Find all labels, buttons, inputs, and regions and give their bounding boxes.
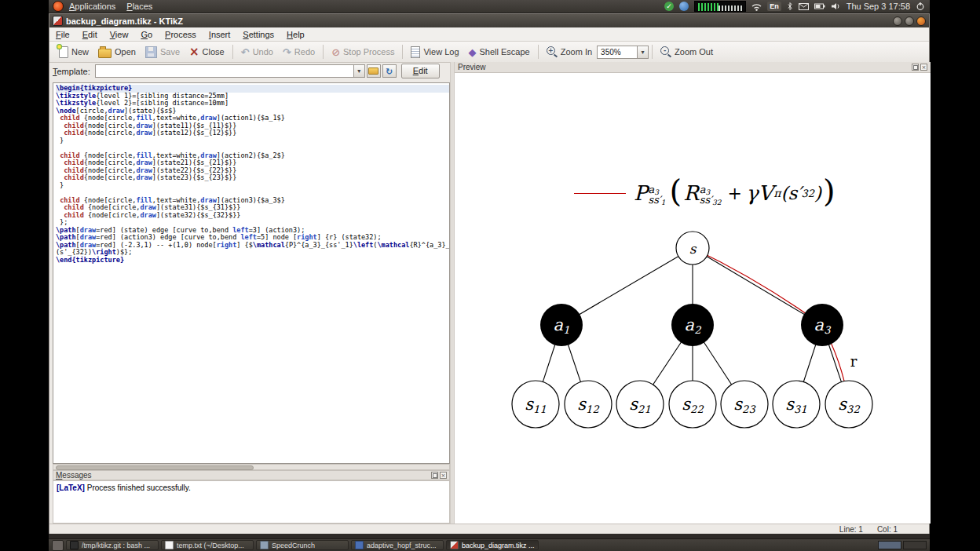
taskbar: /tmp/ktikz.git : bash ...temp.txt (~/Des… bbox=[49, 538, 930, 551]
menu-insert[interactable]: Insert bbox=[203, 27, 237, 42]
power-icon[interactable] bbox=[916, 2, 925, 11]
stop-process-label: Stop Process bbox=[343, 47, 394, 57]
show-desktop-icon[interactable] bbox=[52, 540, 64, 551]
messages-panel-header: Messages bbox=[53, 470, 450, 480]
template-edit-button[interactable]: Edit bbox=[401, 64, 440, 78]
zoom-in-button[interactable]: Zoom In bbox=[542, 45, 597, 59]
code-editor[interactable]: \begin{tikzpicture}\tikzstyle{level 1}=[… bbox=[53, 82, 450, 464]
menu-edit[interactable]: Edit bbox=[76, 27, 104, 42]
taskbar-item[interactable]: backup_diagram.tikz ... bbox=[446, 540, 539, 550]
template-value[interactable] bbox=[95, 64, 353, 78]
applications-menu[interactable]: Applications bbox=[64, 0, 121, 13]
taskbar-item[interactable]: adaptive_hopf_struc... bbox=[351, 540, 444, 550]
node-label-a1: a1 bbox=[554, 316, 570, 336]
zoom-out-button[interactable]: Zoom Out bbox=[656, 45, 718, 59]
menu-go[interactable]: Go bbox=[134, 27, 159, 42]
template-reload-button[interactable] bbox=[382, 64, 397, 78]
workspace-1[interactable] bbox=[878, 541, 901, 549]
open-label: Open bbox=[115, 47, 136, 57]
close-file-button[interactable]: Close bbox=[185, 46, 229, 59]
ktikz-icon bbox=[450, 541, 459, 549]
menu-process[interactable]: Process bbox=[159, 27, 203, 42]
toolbar-separator bbox=[323, 45, 324, 59]
node-label-a2: a2 bbox=[685, 316, 701, 336]
toolbar-separator bbox=[402, 45, 403, 59]
system-monitor-graph[interactable] bbox=[694, 1, 746, 12]
taskbar-item[interactable]: /tmp/ktikz.git : bash ... bbox=[66, 540, 159, 550]
message-tag: [LaTeX] bbox=[57, 483, 85, 492]
session-icon[interactable] bbox=[679, 2, 689, 11]
app-icon bbox=[355, 541, 364, 549]
shell-escape-button[interactable]: Shell Escape bbox=[464, 46, 535, 59]
statusbar: Line: 1 Col: 1 bbox=[49, 524, 929, 534]
editor-horizontal-scrollbar[interactable] bbox=[53, 464, 450, 470]
template-row: Template: Edit bbox=[53, 64, 450, 78]
close-messages-button[interactable] bbox=[440, 472, 447, 479]
messages-panel: [LaTeX] Process finished successfully. bbox=[53, 480, 450, 524]
battery-icon[interactable] bbox=[814, 3, 825, 9]
new-button[interactable]: New bbox=[54, 45, 93, 60]
menu-help[interactable]: Help bbox=[280, 27, 311, 42]
undock-messages-button[interactable] bbox=[431, 472, 438, 479]
mail-icon[interactable] bbox=[799, 3, 809, 10]
undo-icon bbox=[241, 47, 250, 57]
chevron-down-icon[interactable] bbox=[353, 64, 365, 78]
places-menu[interactable]: Places bbox=[121, 0, 158, 13]
bluetooth-icon[interactable] bbox=[787, 2, 793, 11]
formula-plus: + bbox=[727, 184, 741, 203]
formula-lparen: ( bbox=[670, 173, 682, 209]
save-button[interactable]: Save bbox=[141, 45, 185, 60]
zoom-in-icon bbox=[547, 46, 558, 57]
close-label: Close bbox=[203, 47, 225, 57]
updates-icon[interactable]: ✓ bbox=[664, 2, 674, 11]
maximize-button[interactable] bbox=[905, 16, 914, 26]
formula-arg-open: (s′ bbox=[781, 183, 801, 203]
view-log-icon bbox=[411, 46, 420, 58]
menu-file[interactable]: File bbox=[49, 27, 76, 42]
terminal-icon bbox=[70, 541, 79, 549]
message-text: Process finished successfully. bbox=[87, 483, 191, 492]
new-label: New bbox=[71, 47, 89, 57]
template-combobox[interactable] bbox=[95, 64, 365, 78]
taskbar-items: /tmp/ktikz.git : bash ...temp.txt (~/Des… bbox=[66, 540, 539, 550]
open-button[interactable]: Open bbox=[93, 45, 141, 60]
wifi-icon[interactable] bbox=[751, 2, 762, 11]
close-button[interactable] bbox=[916, 16, 926, 26]
stop-process-button[interactable]: Stop Process bbox=[327, 46, 399, 59]
minimize-button[interactable] bbox=[893, 16, 902, 26]
undock-preview-button[interactable] bbox=[912, 64, 919, 71]
clock[interactable]: Thu Sep 3 17:58 bbox=[847, 2, 910, 11]
view-log-button[interactable]: View Log bbox=[406, 45, 463, 60]
zoom-level-combobox[interactable]: 350% bbox=[597, 46, 649, 59]
template-browse-button[interactable] bbox=[367, 64, 381, 78]
window-icon bbox=[53, 16, 63, 26]
messages-title: Messages bbox=[56, 471, 92, 480]
workspace-2[interactable] bbox=[903, 541, 927, 549]
node-label-s32: s32 bbox=[838, 395, 859, 415]
top-panel: Applications Places ✓ En Thu Sep 3 17:58 bbox=[49, 0, 930, 13]
formula-arg-close: ) bbox=[814, 183, 821, 203]
undo-button[interactable]: Undo bbox=[236, 46, 278, 59]
status-line: Line: 1 bbox=[839, 525, 863, 534]
chevron-down-icon[interactable] bbox=[637, 46, 649, 59]
close-icon bbox=[189, 47, 199, 57]
redo-button[interactable]: Redo bbox=[278, 46, 320, 59]
node-label-s22: s22 bbox=[682, 395, 703, 415]
calculator-icon bbox=[260, 541, 269, 549]
new-icon bbox=[59, 46, 68, 58]
node-label-s12: s12 bbox=[577, 395, 598, 415]
preview-title: Preview bbox=[458, 63, 486, 71]
taskbar-item[interactable]: temp.txt (~/Desktop... bbox=[161, 540, 254, 550]
template-label: Template: bbox=[53, 67, 90, 76]
keyboard-layout-indicator[interactable]: En bbox=[767, 2, 781, 11]
menu-view[interactable]: View bbox=[104, 27, 135, 42]
taskbar-item-label: backup_diagram.tikz ... bbox=[462, 542, 535, 549]
node-label-s23: s23 bbox=[733, 395, 755, 415]
close-preview-button[interactable] bbox=[920, 64, 927, 71]
titlebar[interactable]: backup_diagram.tikz - KTikZ bbox=[49, 14, 929, 27]
volume-icon[interactable] bbox=[831, 2, 841, 10]
menu-settings[interactable]: Settings bbox=[236, 27, 280, 42]
ubuntu-logo-icon[interactable] bbox=[53, 1, 64, 12]
preview-panel-header: Preview bbox=[455, 62, 931, 73]
taskbar-item[interactable]: SpeedCrunch bbox=[256, 540, 349, 550]
